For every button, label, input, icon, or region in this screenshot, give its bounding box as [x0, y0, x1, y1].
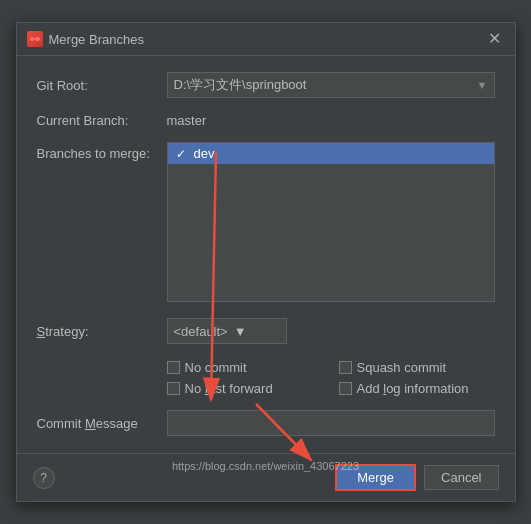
squash-commit-option[interactable]: Squash commit — [339, 360, 495, 375]
watermark: https://blog.csdn.net/weixin_43067223 — [16, 460, 516, 472]
branch-name-dev: dev — [194, 146, 215, 161]
git-root-label: Git Root: — [37, 78, 167, 93]
no-commit-option[interactable]: No commit — [167, 360, 323, 375]
current-branch-row: Current Branch: master — [37, 108, 495, 132]
commit-message-row: Commit Message — [37, 410, 495, 436]
squash-commit-label: Squash commit — [357, 360, 447, 375]
options-grid: No commit Squash commit No fast forward … — [167, 360, 495, 396]
no-commit-label: No commit — [185, 360, 247, 375]
check-icon: ✓ — [174, 147, 188, 161]
no-fast-forward-checkbox[interactable] — [167, 382, 180, 395]
close-button[interactable]: ✕ — [484, 29, 505, 49]
strategy-dropdown[interactable]: <default> ▼ — [167, 318, 287, 344]
branches-label: Branches to merge: — [37, 142, 167, 161]
git-root-dropdown[interactable]: D:\学习文件\springboot ▼ — [167, 72, 495, 98]
branches-to-merge-row: Branches to merge: ✓ dev — [37, 142, 495, 302]
dialog-icon — [27, 31, 43, 47]
add-log-info-checkbox[interactable] — [339, 382, 352, 395]
branch-item-dev[interactable]: ✓ dev — [168, 143, 494, 164]
add-log-info-option[interactable]: Add log information — [339, 381, 495, 396]
no-fast-forward-label: No fast forward — [185, 381, 273, 396]
no-commit-checkbox[interactable] — [167, 361, 180, 374]
commit-message-input[interactable] — [167, 410, 495, 436]
dialog-content: Git Root: D:\学习文件\springboot ▼ Current B… — [17, 56, 515, 453]
title-bar: Merge Branches ✕ — [17, 23, 515, 56]
squash-commit-checkbox[interactable] — [339, 361, 352, 374]
dropdown-arrow-icon: ▼ — [477, 79, 488, 91]
strategy-label: Strategy: — [37, 324, 167, 339]
no-fast-forward-option[interactable]: No fast forward — [167, 381, 323, 396]
strategy-underline: Strategy: — [37, 324, 89, 339]
current-branch-value: master — [167, 113, 207, 128]
branches-list[interactable]: ✓ dev — [167, 142, 495, 302]
strategy-dropdown-arrow-icon: ▼ — [234, 324, 247, 339]
current-branch-label: Current Branch: — [37, 113, 167, 128]
dialog-title: Merge Branches — [49, 32, 484, 47]
git-root-value: D:\学习文件\springboot — [174, 76, 307, 94]
commit-message-label: Commit Message — [37, 416, 167, 431]
add-log-info-label: Add log information — [357, 381, 469, 396]
merge-branches-dialog: Merge Branches ✕ Git Root: D:\学习文件\sprin… — [16, 22, 516, 502]
git-root-row: Git Root: D:\学习文件\springboot ▼ — [37, 72, 495, 98]
strategy-row: Strategy: <default> ▼ — [37, 318, 495, 344]
strategy-value: <default> — [174, 324, 228, 339]
